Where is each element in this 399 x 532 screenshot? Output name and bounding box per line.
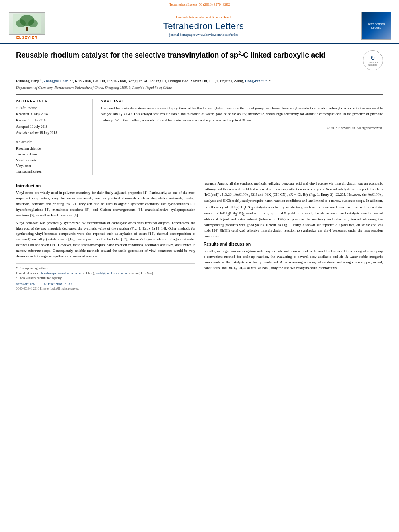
email-2-link[interactable]: sunhb@mail.neu.edu.cn bbox=[96, 271, 127, 275]
email-1-link[interactable]: chenzhangpei@mail.neu.edu.cn bbox=[40, 271, 81, 275]
keywords-section: Keywords: Rhodium chloride Transvinylati… bbox=[16, 140, 87, 175]
article-history-label: Article history: bbox=[16, 106, 87, 110]
elsevier-tree-image bbox=[9, 12, 45, 35]
article-info-header: ARTICLE INFO bbox=[16, 99, 87, 103]
keyword-2: Transvinylation bbox=[16, 151, 87, 157]
sciencedirect-availability: Contents lists available at ScienceDirec… bbox=[53, 15, 354, 19]
intro-paragraph-1: Vinyl esters are widely used in polymer … bbox=[16, 190, 195, 218]
abstract-header: ABSTRACT bbox=[101, 99, 383, 103]
publisher-logo-section: ELSEVIER bbox=[5, 12, 49, 39]
check-updates-badge[interactable]: ↻ Check for updates bbox=[363, 50, 383, 70]
svg-rect-4 bbox=[26, 27, 28, 31]
keywords-label: Keywords: bbox=[16, 140, 87, 144]
elsevier-brand-text: ELSEVIER bbox=[16, 35, 38, 39]
received-date: Received 30 May 2018 bbox=[16, 111, 87, 117]
intro-paragraph-2: Vinyl benzoate was practically synthesiz… bbox=[16, 220, 195, 260]
article-title-section: Reusable rhodium catalyst for the select… bbox=[16, 50, 383, 74]
journal-title: Tetrahedron Letters bbox=[53, 21, 354, 31]
keyword-5: Transesterification bbox=[16, 168, 87, 174]
journal-top-bar: Tetrahedron Letters 50 (2018) 3279–3282 bbox=[0, 0, 399, 8]
doi-line[interactable]: https://doi.org/10.1016/j.tetlet.2018.07… bbox=[16, 282, 195, 286]
introduction-title: Introduction bbox=[16, 183, 195, 188]
from-word: from bbox=[282, 106, 289, 110]
elsevier-logo: ELSEVIER bbox=[5, 12, 49, 39]
keyword-3: Vinyl benzoate bbox=[16, 157, 87, 163]
authors-line: Ruihang Jiang 1, Zhangpei Chen *1, Kun Z… bbox=[16, 78, 383, 84]
corresponding-author-1[interactable]: Zhangpei Chen bbox=[44, 79, 68, 83]
article-info-column: ARTICLE INFO Article history: Received 3… bbox=[16, 99, 93, 175]
results-title: Results and discussion bbox=[204, 242, 383, 246]
article-info-abstract-section: ARTICLE INFO Article history: Received 3… bbox=[16, 94, 383, 175]
revised-date: Revised 10 July 2018 bbox=[16, 118, 87, 123]
journal-header: ELSEVIER Contents lists available at Sci… bbox=[0, 8, 399, 44]
journal-cover-image: Tetrahedron Letters bbox=[361, 12, 391, 40]
journal-header-center: Contents lists available at ScienceDirec… bbox=[49, 15, 358, 37]
equal-contribution-footnote: ¹ These authors contributed equally. bbox=[16, 276, 195, 281]
available-online-date: Available online 18 July 2018 bbox=[16, 130, 87, 136]
abstract-column: ABSTRACT The vinyl benzoate derivatives … bbox=[101, 99, 383, 175]
affiliation: Department of Chemistry, Northeastern Un… bbox=[16, 86, 383, 90]
journal-citation: Tetrahedron Letters 50 (2018) 3279–3282 bbox=[169, 2, 230, 6]
body-column-left: Introduction Vinyl esters are widely use… bbox=[16, 181, 195, 290]
article-title: Reusable rhodium catalyst for the select… bbox=[16, 50, 358, 60]
footnotes-area: * Corresponding authors. E-mail addresse… bbox=[16, 263, 195, 290]
sciencedirect-link-text[interactable]: ScienceDirect bbox=[212, 15, 231, 19]
accepted-date: Accepted 13 July 2018 bbox=[16, 124, 87, 130]
svg-point-2 bbox=[16, 19, 26, 27]
journal-homepage: journal homepage: www.elsevier.com/locat… bbox=[53, 33, 354, 37]
article-content: Reusable rhodium catalyst for the select… bbox=[0, 44, 399, 298]
body-column-right: research. Among all the synthetic method… bbox=[204, 181, 383, 290]
journal-cover-section: Tetrahedron Letters bbox=[358, 12, 394, 40]
corresponding-author-2[interactable]: Hong-bin Sun bbox=[245, 79, 267, 83]
issn-copyright: 0040-4039/© 2018 Elsevier Ltd. All right… bbox=[16, 287, 195, 290]
right-paragraph-1: research. Among all the synthetic method… bbox=[204, 181, 383, 239]
results-paragraph-1: Initially, we began our investigation wi… bbox=[204, 249, 383, 271]
corresponding-footnote: * Corresponding authors. bbox=[16, 266, 195, 271]
email-footnote: E-mail addresses: chenzhangpei@mail.neu.… bbox=[16, 271, 195, 276]
abstract-copyright: © 2018 Elsevier Ltd. All rights reserved… bbox=[101, 126, 383, 130]
abstract-text: The vinyl benzoate derivatives were succ… bbox=[101, 106, 383, 123]
article-body: Introduction Vinyl esters are widely use… bbox=[16, 179, 383, 290]
keyword-1: Rhodium chloride bbox=[16, 146, 87, 151]
svg-point-3 bbox=[28, 19, 38, 27]
keyword-4: Vinyl ester bbox=[16, 163, 87, 168]
